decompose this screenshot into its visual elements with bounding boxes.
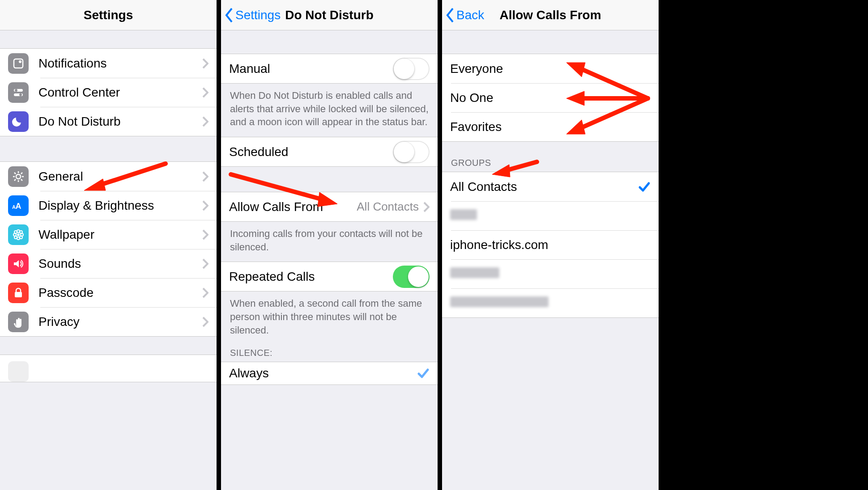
chevron-right-icon [202, 317, 208, 327]
settings-item-display-brightness[interactable]: Display & Brightness [0, 191, 217, 220]
allow-top-group: EveryoneNo OneFavorites [442, 54, 659, 142]
settings-item-label: Passcode [38, 286, 202, 300]
sounds-icon [8, 253, 29, 274]
silence-always-row[interactable]: Always [221, 362, 438, 384]
screen-dnd: Settings Do Not Disturb Manual When Do N… [221, 0, 438, 490]
repeated-footer: When enabled, a second call from the sam… [221, 291, 438, 345]
chevron-right-icon [202, 258, 208, 269]
settings-group-b: GeneralDisplay & BrightnessWallpaperSoun… [0, 161, 217, 337]
privacy-icon [8, 312, 29, 332]
control-center-icon [8, 82, 29, 103]
settings-group-a: NotificationsControl CenterDo Not Distur… [0, 48, 217, 136]
back-label: Settings [235, 8, 281, 22]
allowcalls-group: Allow Calls From All Contacts [221, 192, 438, 222]
group-label: iphone-tricks.com [450, 238, 651, 252]
wallpaper-icon [8, 224, 29, 245]
allow-calls-footer: Incoming calls from your contacts will n… [221, 222, 438, 262]
groups-header: GROUPS [442, 155, 659, 172]
allow-calls-value: All Contacts [357, 200, 419, 214]
chevron-right-icon [202, 58, 208, 69]
manual-label: Manual [229, 62, 393, 76]
allow-group-redacted[interactable] [442, 288, 659, 317]
settings-item-sounds[interactable]: Sounds [0, 249, 217, 278]
chevron-right-icon [423, 202, 430, 212]
nav-title: Allow Calls From [499, 8, 601, 22]
group-label [450, 267, 651, 281]
chevron-left-icon [225, 8, 234, 23]
back-button[interactable]: Back [446, 0, 484, 30]
chevron-right-icon [202, 116, 208, 127]
group-label: All Contacts [450, 180, 638, 194]
chevron-right-icon [202, 171, 208, 182]
settings-item[interactable] [0, 355, 217, 382]
back-label: Back [456, 8, 484, 22]
manual-footer: When Do Not Disturb is enabled calls and… [221, 84, 438, 137]
dnd-icon [8, 111, 29, 132]
scheduled-toggle[interactable] [393, 141, 430, 163]
settings-item-label: Display & Brightness [38, 199, 202, 213]
settings-item-control-center[interactable]: Control Center [0, 78, 217, 107]
nav-title: Do Not Disturb [285, 8, 374, 22]
settings-item-wallpaper[interactable]: Wallpaper [0, 220, 217, 249]
screen-allow-calls: Back Allow Calls From EveryoneNo OneFavo… [442, 0, 659, 490]
chevron-right-icon [202, 229, 208, 240]
redacted-label [450, 267, 499, 278]
redacted-label [450, 209, 477, 220]
silence-group: Always [221, 362, 438, 385]
allow-group-all-contacts[interactable]: All Contacts [442, 172, 659, 201]
option-label: Favorites [450, 120, 651, 134]
settings-item-label: Do Not Disturb [38, 114, 202, 129]
chevron-right-icon [202, 87, 208, 98]
allow-groups-group: All Contactsiphone-tricks.com [442, 172, 659, 318]
repeated-group: Repeated Calls [221, 262, 438, 291]
settings-item-label: Sounds [38, 257, 202, 271]
chevron-right-icon [202, 287, 208, 298]
check-icon [638, 181, 651, 193]
settings-item-do-not-disturb[interactable]: Do Not Disturb [0, 107, 217, 136]
allow-group-iphone-tricks-com[interactable]: iphone-tricks.com [442, 230, 659, 259]
passcode-icon [8, 283, 29, 303]
check-icon [417, 367, 430, 380]
option-label: No One [450, 91, 651, 105]
scheduled-label: Scheduled [229, 145, 393, 159]
allow-group-redacted[interactable] [442, 201, 659, 230]
chevron-right-icon [202, 200, 208, 211]
settings-item-notifications[interactable]: Notifications [0, 49, 217, 78]
silence-always-label: Always [229, 366, 417, 380]
repeated-toggle[interactable] [393, 266, 430, 288]
screen-settings: Settings NotificationsControl CenterDo N… [0, 0, 217, 490]
group-label [450, 296, 651, 310]
settings-item-general[interactable]: General [0, 162, 217, 191]
settings-item-label: General [38, 169, 202, 184]
allow-option-favorites[interactable]: Favorites [442, 112, 659, 141]
settings-item-label: Wallpaper [38, 228, 202, 242]
allow-calls-from-row[interactable]: Allow Calls From All Contacts [221, 192, 438, 221]
nav-title: Settings [84, 8, 133, 22]
option-label: Everyone [450, 62, 651, 76]
allow-option-no-one[interactable]: No One [442, 83, 659, 112]
general-icon [8, 166, 29, 187]
manual-group: Manual [221, 54, 438, 84]
settings-item-label: Notifications [38, 56, 202, 71]
scheduled-group: Scheduled [221, 137, 438, 167]
navbar: Settings [0, 0, 217, 30]
settings-item-privacy[interactable]: Privacy [0, 307, 217, 336]
group-label [450, 209, 651, 223]
manual-row[interactable]: Manual [221, 54, 438, 83]
icloud-icon [8, 361, 29, 382]
silence-header: SILENCE: [221, 345, 438, 362]
back-button[interactable]: Settings [225, 0, 281, 30]
navbar: Back Allow Calls From [442, 0, 659, 30]
settings-group-c [0, 355, 217, 382]
navbar: Settings Do Not Disturb [221, 0, 438, 30]
allow-option-everyone[interactable]: Everyone [442, 54, 659, 83]
settings-item-label: Privacy [38, 315, 202, 329]
display-icon [8, 195, 29, 216]
settings-item-passcode[interactable]: Passcode [0, 278, 217, 307]
manual-toggle[interactable] [393, 58, 430, 80]
repeated-label: Repeated Calls [229, 270, 393, 284]
allow-group-redacted[interactable] [442, 259, 659, 288]
repeated-calls-row[interactable]: Repeated Calls [221, 262, 438, 291]
scheduled-row[interactable]: Scheduled [221, 137, 438, 166]
allow-calls-label: Allow Calls From [229, 200, 357, 214]
